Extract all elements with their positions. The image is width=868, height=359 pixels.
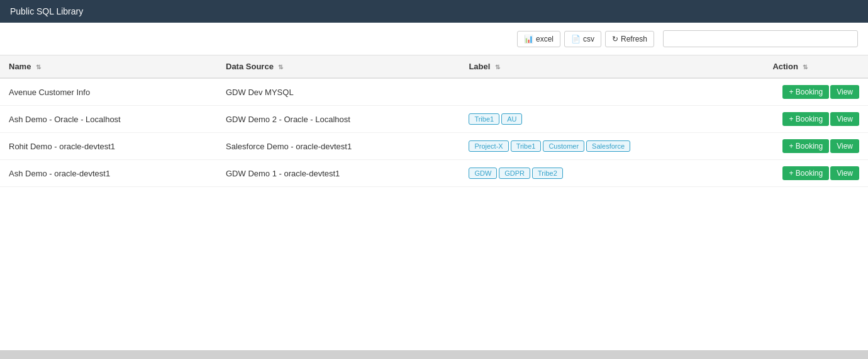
main-content: 📊 excel 📄 csv ↻ Refresh Name ⇅ Da xyxy=(0,23,868,350)
excel-label: excel xyxy=(536,35,554,43)
search-input[interactable] xyxy=(663,30,858,47)
title-bar: Public SQL Library xyxy=(0,0,868,23)
view-button[interactable]: View xyxy=(830,85,859,99)
refresh-label: Refresh xyxy=(621,35,647,43)
sort-icon-action: ⇅ xyxy=(803,64,808,71)
view-button[interactable]: View xyxy=(830,112,859,126)
cell-action: + BookingView xyxy=(764,133,868,160)
label-badge: Salesforce xyxy=(586,140,630,152)
col-header-datasource[interactable]: Data Source ⇅ xyxy=(217,55,460,78)
label-badge: Tribe2 xyxy=(532,168,563,179)
csv-button[interactable]: 📄 csv xyxy=(564,31,601,47)
label-badge: GDW xyxy=(469,168,497,179)
booking-button[interactable]: + Booking xyxy=(782,112,829,126)
excel-icon: 📊 xyxy=(524,35,533,43)
app-container: Public SQL Library 📊 excel 📄 csv ↻ Refre… xyxy=(0,0,868,359)
sort-icon-datasource: ⇅ xyxy=(278,64,283,71)
data-table: Name ⇅ Data Source ⇅ Label ⇅ Action ⇅ Av… xyxy=(0,55,868,187)
cell-label: GDWGDPRTribe2 xyxy=(460,160,764,187)
label-badge: Customer xyxy=(543,140,584,152)
cell-label xyxy=(460,78,764,106)
booking-button[interactable]: + Booking xyxy=(782,139,829,153)
label-badge: Project-X xyxy=(469,140,508,152)
table-row: Ash Demo - Oracle - LocalhostGDW Demo 2 … xyxy=(0,106,868,133)
label-badge: AU xyxy=(501,113,522,125)
col-header-action[interactable]: Action ⇅ xyxy=(764,55,868,78)
booking-button[interactable]: + Booking xyxy=(782,166,829,180)
cell-action: + BookingView xyxy=(764,78,868,106)
col-header-label[interactable]: Label ⇅ xyxy=(460,55,764,78)
label-badge: Tribe1 xyxy=(511,140,542,152)
label-badge: Tribe1 xyxy=(469,113,499,125)
cell-name: Ash Demo - oracle-devtest1 xyxy=(0,160,217,187)
table-row: Ash Demo - oracle-devtest1GDW Demo 1 - o… xyxy=(0,160,868,187)
cell-action: + BookingView xyxy=(764,160,868,187)
booking-button[interactable]: + Booking xyxy=(782,85,829,99)
excel-button[interactable]: 📊 excel xyxy=(517,31,560,47)
refresh-button[interactable]: ↻ Refresh xyxy=(605,31,654,47)
sort-icon-name: ⇅ xyxy=(36,64,41,71)
refresh-icon: ↻ xyxy=(612,35,618,43)
cell-name: Rohit Demo - oracle-devtest1 xyxy=(0,133,217,160)
cell-datasource: GDW Demo 2 - Oracle - Localhost xyxy=(217,106,460,133)
view-button[interactable]: View xyxy=(830,166,859,180)
table-row: Avenue Customer InfoGDW Dev MYSQL+ Booki… xyxy=(0,78,868,106)
col-header-name[interactable]: Name ⇅ xyxy=(0,55,217,78)
sort-icon-label: ⇅ xyxy=(495,64,500,71)
cell-datasource: GDW Demo 1 - oracle-devtest1 xyxy=(217,160,460,187)
table-row: Rohit Demo - oracle-devtest1Salesforce D… xyxy=(0,133,868,160)
cell-datasource: Salesforce Demo - oracle-devtest1 xyxy=(217,133,460,160)
view-button[interactable]: View xyxy=(830,139,859,153)
cell-label: Project-XTribe1CustomerSalesforce xyxy=(460,133,764,160)
app-title: Public SQL Library xyxy=(10,6,83,16)
table-header-row: Name ⇅ Data Source ⇅ Label ⇅ Action ⇅ xyxy=(0,55,868,78)
csv-icon: 📄 xyxy=(571,35,581,43)
cell-name: Ash Demo - Oracle - Localhost xyxy=(0,106,217,133)
cell-label: Tribe1AU xyxy=(460,106,764,133)
label-badge: GDPR xyxy=(499,168,530,179)
csv-label: csv xyxy=(583,35,594,43)
toolbar: 📊 excel 📄 csv ↻ Refresh xyxy=(0,23,868,55)
cell-datasource: GDW Dev MYSQL xyxy=(217,78,460,106)
cell-name: Avenue Customer Info xyxy=(0,78,217,106)
cell-action: + BookingView xyxy=(764,106,868,133)
